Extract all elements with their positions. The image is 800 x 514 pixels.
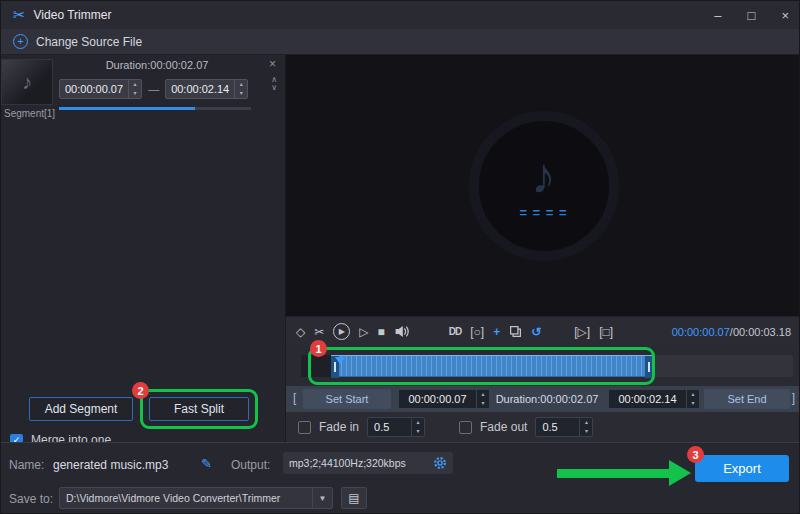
set-start-button[interactable]: Set Start [303,389,391,409]
segment-start-spinner[interactable]: 00:00:00.07 ▴ ▾ [59,79,142,99]
edit-name-pencil-icon[interactable]: ✎ [201,456,212,471]
time-range-dash: — [148,83,159,95]
fade-in-value: 0.5 [368,418,411,436]
total-time: /00:00:03.18 [730,326,791,338]
timeline-track[interactable] [301,355,793,377]
segment-duration-label: Duration:00:00:02.07 [59,59,255,71]
chevron-down-icon[interactable]: ▼ [312,488,332,508]
segment-end-value: 00:00:02.14 [166,80,234,98]
bottom-bar: Name: generated music.mp3 ✎ Output: mp3;… [1,442,800,514]
spin-up-icon[interactable]: ▴ [235,80,247,89]
playback-toolbar: ◇ ✂ ▶ ▷ ■ DD [○] + ↺ [▷] [□] 00:00:00.07… [286,316,800,346]
segment-progress-track [59,107,251,110]
close-bracket-icon: ] [792,391,795,405]
output-label: Output: [231,458,270,472]
video-trimmer-window: ✂ Video Trimmer – □ × + Change Source Fi… [0,0,800,514]
trim-start-spinner[interactable]: 00:00:00.07 ▴ ▾ [398,389,490,409]
output-format-dropdown[interactable]: mp3;2;44100Hz;320kbps [283,452,453,474]
annotation-arrow-shaft [557,469,671,478]
stop-segment-icon[interactable]: [□] [599,325,613,339]
fade-in-spinner[interactable]: 0.5 ▴ ▾ [367,417,425,437]
spin-down-icon[interactable]: ▾ [477,399,489,408]
folder-icon: ▤ [348,491,359,505]
segment-progress-fill [59,107,195,110]
time-display: 00:00:00.07/00:00:03.18 [672,326,791,338]
play-segment-icon[interactable]: [▷] [574,325,590,339]
segment-close-icon[interactable]: × [269,57,276,71]
playhead-marker[interactable] [335,357,345,364]
play-button[interactable]: ▶ [333,323,350,340]
spin-up-icon[interactable]: ▴ [580,418,592,427]
spin-down-icon[interactable]: ▾ [687,399,699,408]
fade-in-checkbox[interactable] [298,421,311,434]
source-toolbar: + Change Source File [1,29,800,55]
fade-controls-row: Fade in 0.5 ▴ ▾ Fade out 0.5 ▴ ▾ [286,412,800,442]
trim-duration-label: Duration:00:00:02.07 [490,386,604,412]
keyframe-icon[interactable]: ◇ [296,325,305,339]
add-marker-icon[interactable]: + [493,325,500,339]
copy-icon[interactable] [509,325,522,338]
volume-icon[interactable] [394,325,410,338]
set-end-button[interactable]: Set End [704,389,790,409]
annotation-step-1-badge: 1 [310,340,327,357]
segment-scroll-arrows[interactable]: ∧ ∨ [271,76,277,92]
music-note-icon: ♪ [22,71,32,94]
scissors-app-icon: ✂ [13,6,26,24]
spin-down-icon[interactable]: ▾ [129,89,141,98]
scroll-down-icon[interactable]: ∨ [271,84,277,92]
spin-down-icon[interactable]: ▾ [412,427,424,436]
spinner-arrows: ▴ ▾ [411,418,424,436]
current-time: 00:00:00.07 [672,326,730,338]
browse-folder-button[interactable]: ▤ [341,487,367,509]
spin-up-icon[interactable]: ▴ [412,418,424,427]
name-label: Name: [9,458,44,472]
titlebar: ✂ Video Trimmer – □ × [1,1,800,29]
change-source-file-button[interactable]: Change Source File [36,35,142,49]
gear-icon[interactable] [433,456,447,470]
segment-thumbnail[interactable]: ♪ [1,59,53,105]
save-path-value: D:\Vidmore\Vidmore Video Converter\Trimm… [60,492,312,504]
maximize-button[interactable]: □ [748,8,756,23]
add-segment-button[interactable]: Add Segment [29,397,133,421]
equalizer-bars: = = = = [519,205,567,220]
minimize-button[interactable]: – [714,8,721,23]
stop-icon[interactable]: ■ [378,325,385,339]
reset-icon[interactable]: ↺ [531,325,541,339]
fade-out-label: Fade out [480,420,527,434]
spinner-arrows: ▴ ▾ [686,390,699,408]
spin-up-icon[interactable]: ▴ [687,390,699,399]
next-frame-icon[interactable]: ▷ [359,325,368,339]
export-button[interactable]: Export [695,455,789,482]
window-title: Video Trimmer [34,8,112,22]
annotation-step-3-badge: 3 [687,446,704,463]
fast-split-button[interactable]: Fast Split [149,397,249,421]
spin-down-icon[interactable]: ▾ [580,427,592,436]
fade-out-checkbox[interactable] [459,421,472,434]
save-path-dropdown[interactable]: D:\Vidmore\Vidmore Video Converter\Trimm… [59,487,333,509]
spin-up-icon[interactable]: ▴ [477,390,489,399]
split-scissors-icon[interactable]: ✂ [314,325,324,339]
output-format-value: mp3;2;44100Hz;320kbps [289,457,428,469]
trim-end-spinner[interactable]: 00:00:02.14 ▴ ▾ [608,389,700,409]
segment-end-spinner[interactable]: 00:00:02.14 ▴ ▾ [165,79,248,99]
file-name-value: generated music.mp3 [53,458,168,472]
spin-down-icon[interactable]: ▾ [235,89,247,98]
close-button[interactable]: × [781,8,789,23]
snapshot-icon[interactable]: [○] [470,325,484,339]
timeline: 1 [286,346,800,386]
trim-end-value: 00:00:02.14 [609,390,686,408]
play-icon: ▶ [339,327,345,336]
plus-circle-icon[interactable]: + [13,34,28,49]
timeline-selection[interactable] [331,355,653,377]
fade-in-label: Fade in [319,420,359,434]
fade-out-spinner[interactable]: 0.5 ▴ ▾ [535,417,593,437]
spin-up-icon[interactable]: ▴ [129,80,141,89]
audio-artwork: ♪ = = = = [469,111,619,261]
spinner-arrows: ▴ ▾ [234,80,247,98]
window-controls: – □ × [714,8,789,23]
segment-panel: ♪ Duration:00:00:02.07 × ∧ ∨ 00:00:00.07… [1,55,286,442]
annotation-arrow-head [669,460,691,486]
trim-end-handle[interactable] [645,356,653,378]
ab-compare-icon[interactable]: DD [449,326,461,337]
trim-controls-row: [ Set Start 00:00:00.07 ▴ ▾ Duration:00:… [286,386,800,412]
